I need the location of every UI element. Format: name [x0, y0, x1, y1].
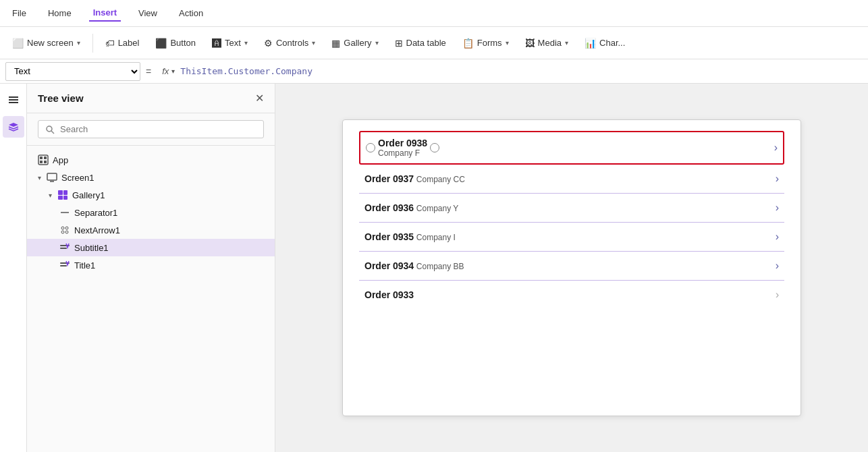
gallery-item-2[interactable]: Order 0936 Company Y ›	[359, 194, 784, 223]
formula-input[interactable]	[180, 62, 863, 81]
hamburger-icon[interactable]	[3, 89, 24, 111]
toolbar-divider-1	[92, 34, 93, 53]
item-2-arrow[interactable]: ›	[776, 202, 779, 214]
search-input[interactable]	[60, 124, 256, 134]
svg-point-19	[61, 231, 64, 233]
svg-rect-7	[44, 157, 47, 159]
item-5-content: Order 0933	[364, 289, 414, 300]
item-5-arrow[interactable]: ‹	[776, 289, 779, 301]
selected-text: Order 0938 Company F	[378, 138, 427, 158]
item-3-subtitle: Company I	[416, 233, 456, 242]
label-button[interactable]: 🏷 Label	[99, 34, 146, 53]
menu-insert[interactable]: Insert	[89, 5, 121, 22]
svg-line-4	[51, 131, 54, 134]
arrow-icon	[59, 225, 70, 235]
svg-rect-2	[9, 102, 18, 103]
item-3-content: Order 0935 Company I	[364, 231, 456, 242]
data-table-icon: ⊞	[395, 38, 403, 49]
tree-item-screen1[interactable]: ▾ Screen1	[27, 169, 275, 186]
text-button[interactable]: 🅰 Text ▾	[205, 34, 254, 53]
separator-icon	[59, 207, 70, 218]
menu-action[interactable]: Action	[175, 5, 207, 21]
new-screen-label: New screen	[27, 38, 74, 48]
tree-item-subtitle1[interactable]: Subtitle1	[27, 239, 275, 256]
menu-file[interactable]: File	[8, 5, 30, 21]
gallery-item-0[interactable]: Order 0938 Company F ›	[359, 131, 784, 165]
handle-tr	[430, 143, 439, 152]
svg-rect-12	[58, 190, 63, 195]
tree-item-title1-label: Title1	[74, 260, 95, 271]
tree-item-gallery1[interactable]: ▾ Gallery1	[27, 186, 275, 204]
forms-label: Forms	[477, 38, 502, 48]
search-icon	[45, 125, 55, 134]
tree-item-gallery1-label: Gallery1	[72, 190, 105, 200]
svg-rect-24	[60, 265, 67, 266]
sidebar-close-button[interactable]: ✕	[255, 92, 264, 105]
gallery1-expand-icon: ▾	[49, 192, 52, 199]
tree-section: App ▾ Screen1 ▾ Gallery1	[27, 146, 275, 452]
forms-dropdown-icon: ▾	[506, 39, 509, 47]
item-2-subtitle: Company Y	[416, 204, 458, 213]
controls-button[interactable]: ⚙ Controls ▾	[257, 34, 322, 53]
new-screen-button[interactable]: ⬜ New screen ▾	[5, 34, 87, 53]
item-0-subtitle: Company F	[378, 148, 420, 158]
formula-bar: Text = fx ▾	[0, 59, 868, 84]
svg-rect-0	[9, 96, 18, 98]
media-icon: 🖼	[525, 38, 535, 49]
forms-button[interactable]: 📋 Forms ▾	[456, 34, 516, 53]
svg-rect-1	[9, 99, 18, 101]
fx-icon: fx	[162, 66, 169, 76]
menu-home[interactable]: Home	[44, 5, 76, 21]
search-box	[38, 120, 264, 138]
text-icon: 🅰	[212, 38, 221, 49]
gallery-item-5[interactable]: Order 0933 ‹	[359, 281, 784, 309]
gallery-item-3[interactable]: Order 0935 Company I ›	[359, 223, 784, 252]
text-label: Text	[225, 38, 241, 48]
screen-icon: ⬜	[12, 38, 24, 49]
svg-rect-14	[58, 196, 63, 200]
menu-bar: File Home Insert View Action	[0, 0, 868, 27]
menu-view[interactable]: View	[134, 5, 161, 21]
title-row: Order 0938	[378, 138, 427, 148]
tree-item-subtitle1-label: Subtitle1	[74, 243, 109, 253]
app-icon	[38, 154, 49, 165]
gallery-button[interactable]: ▦ Gallery ▾	[325, 34, 385, 53]
item-0-title: Order 0938	[378, 138, 427, 148]
app-preview: Order 0938 Company F › Order 0937	[342, 119, 801, 416]
toolbar: ⬜ New screen ▾ 🏷 Label ⬛ Button 🅰 Text ▾…	[0, 27, 868, 59]
layers-icon[interactable]	[3, 116, 24, 138]
item-1-content: Order 0937 Company CC	[364, 173, 465, 184]
svg-point-18	[65, 227, 68, 229]
tree-item-title1[interactable]: Title1	[27, 256, 275, 274]
item-2-title: Order 0936	[364, 202, 414, 213]
item-5-title: Order 0933	[364, 289, 414, 300]
gallery-item-1[interactable]: Order 0937 Company CC ›	[359, 165, 784, 194]
gallery-item-4[interactable]: Order 0934 Company BB ›	[359, 252, 784, 281]
tree-item-separator1[interactable]: Separator1	[27, 204, 275, 221]
item-3-title: Order 0935	[364, 231, 414, 242]
left-nav	[0, 84, 27, 452]
tree-item-separator1-label: Separator1	[74, 208, 117, 218]
item-1-arrow[interactable]: ›	[776, 173, 779, 185]
svg-rect-13	[63, 190, 67, 195]
chart-icon: 📊	[585, 38, 596, 49]
item-3-arrow[interactable]: ›	[776, 231, 779, 243]
tree-item-app[interactable]: App	[27, 151, 275, 169]
handle-tl	[366, 143, 375, 152]
tree-item-nextarrow1-label: NextArrow1	[74, 225, 120, 235]
item-4-arrow[interactable]: ›	[776, 260, 779, 272]
tree-item-nextarrow1[interactable]: NextArrow1	[27, 221, 275, 239]
item-4-title: Order 0934	[364, 260, 414, 271]
property-selector[interactable]: Text	[5, 62, 140, 81]
media-button[interactable]: 🖼 Media ▾	[518, 34, 575, 53]
item-0-arrow[interactable]: ›	[774, 142, 778, 154]
item-4-content: Order 0934 Company BB	[364, 260, 464, 271]
svg-rect-22	[60, 248, 67, 249]
forms-icon: 📋	[462, 38, 474, 49]
item-1-title: Order 0937	[364, 173, 414, 184]
chart-button[interactable]: 📊 Char...	[578, 34, 632, 53]
sidebar-header: Tree view ✕	[27, 84, 275, 113]
data-table-button[interactable]: ⊞ Data table	[388, 34, 453, 53]
sidebar-search-area	[27, 113, 275, 146]
button-button[interactable]: ⬛ Button	[148, 34, 202, 53]
